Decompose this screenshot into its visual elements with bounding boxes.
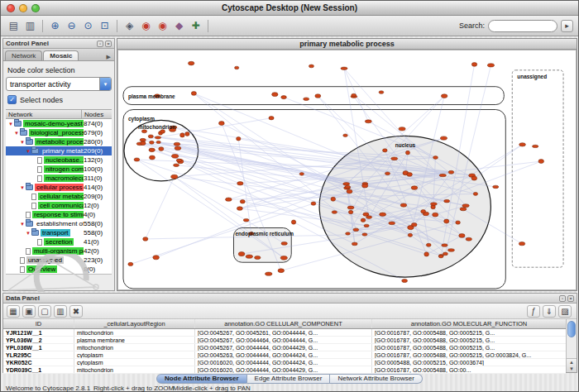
network-node[interactable] bbox=[447, 249, 454, 252]
network-node[interactable] bbox=[385, 172, 390, 175]
import-attributes-icon[interactable]: ◉ bbox=[155, 18, 170, 34]
tree-row[interactable]: nucleobase...132(0) bbox=[6, 155, 112, 165]
network-node[interactable] bbox=[440, 136, 447, 140]
close-panel-icon[interactable]: × bbox=[567, 295, 574, 302]
zoom-in-icon[interactable]: ⊕ bbox=[47, 18, 63, 34]
network-node[interactable] bbox=[424, 252, 429, 256]
tree-row[interactable]: unassigned223(0) bbox=[6, 256, 112, 265]
table-row[interactable]: YPL036W__2plasma membrane[GO:0045267, GO… bbox=[3, 337, 566, 344]
network-node[interactable] bbox=[471, 176, 477, 180]
network-node[interactable] bbox=[383, 149, 388, 152]
network-node[interactable] bbox=[439, 174, 446, 176]
save-session-icon[interactable]: ▤ bbox=[6, 18, 22, 34]
close-panel-icon[interactable]: × bbox=[105, 41, 112, 47]
table-cell[interactable]: YLR295C bbox=[3, 351, 74, 358]
network-node[interactable] bbox=[281, 241, 287, 245]
table-cell[interactable]: YPL036W__2 bbox=[3, 337, 74, 343]
network-node[interactable] bbox=[174, 164, 179, 167]
network-node[interactable] bbox=[341, 67, 347, 69]
network-node[interactable] bbox=[448, 170, 454, 174]
network-node[interactable] bbox=[493, 185, 499, 189]
print-icon[interactable]: ▥ bbox=[22, 18, 38, 34]
network-node[interactable] bbox=[171, 174, 178, 179]
tree-row[interactable]: cellular metabo...209(0) bbox=[6, 192, 112, 201]
expander-icon[interactable]: ▼ bbox=[13, 131, 20, 136]
table-row[interactable]: YKR052Ccytoplasm[GO:0016020, GO:0044444,… bbox=[3, 359, 566, 366]
network-node[interactable] bbox=[128, 262, 133, 265]
network-node[interactable] bbox=[408, 233, 412, 237]
network-node[interactable] bbox=[143, 237, 148, 241]
network-node[interactable] bbox=[191, 92, 196, 96]
zoom-out-icon[interactable]: ⊖ bbox=[64, 18, 79, 34]
table-cell[interactable]: mitochondrion bbox=[74, 329, 195, 336]
network-node[interactable] bbox=[348, 210, 352, 213]
network-node[interactable] bbox=[442, 244, 447, 247]
network-node[interactable] bbox=[304, 98, 309, 101]
network-node[interactable] bbox=[343, 183, 350, 186]
tree-row[interactable]: ▼metabolic process280(0) bbox=[6, 137, 112, 146]
tab-node-attribute-browser[interactable]: Node Attribute Browser bbox=[156, 374, 247, 384]
float-panel-icon[interactable]: ▫ bbox=[559, 295, 566, 302]
network-node[interactable] bbox=[433, 156, 438, 160]
tab-edge-attribute-browser[interactable]: Edge Attribute Browser bbox=[247, 374, 331, 384]
network-node[interactable] bbox=[140, 138, 146, 141]
network-node[interactable] bbox=[150, 141, 155, 144]
network-node[interactable] bbox=[237, 182, 243, 185]
scrollbar-thumb[interactable] bbox=[567, 321, 576, 337]
table-cell[interactable]: mitochondrion bbox=[74, 344, 195, 351]
network-node[interactable] bbox=[175, 146, 181, 151]
import-network-icon[interactable]: ◉ bbox=[138, 18, 154, 34]
network-node[interactable] bbox=[141, 130, 146, 133]
network-node[interactable] bbox=[426, 243, 431, 246]
network-node[interactable] bbox=[237, 207, 242, 211]
column-header[interactable]: annotation.GO CELLULAR_COMPONENT bbox=[195, 319, 372, 328]
network-node[interactable] bbox=[380, 213, 386, 216]
network-node[interactable] bbox=[538, 160, 544, 164]
delete-attribute-icon[interactable]: ▢ bbox=[38, 305, 51, 318]
table-cell[interactable]: mitochondrion bbox=[74, 366, 195, 373]
table-cell[interactable]: [GO:0016020, GO:0044444, GO:0044429, G..… bbox=[195, 366, 372, 373]
network-node[interactable] bbox=[433, 213, 438, 217]
zoom-fit-icon[interactable]: ⊡ bbox=[97, 18, 112, 34]
tab-scroll-right-icon[interactable]: ▶ bbox=[103, 54, 114, 60]
search-input[interactable] bbox=[488, 20, 557, 32]
scroll-up-icon[interactable]: ▲ bbox=[569, 360, 574, 365]
table-cell[interactable]: [GO:0045263, GO:0044444, GO:0044424, G..… bbox=[195, 351, 372, 358]
network-node[interactable] bbox=[391, 157, 398, 160]
network-node[interactable] bbox=[364, 224, 369, 227]
tree-row[interactable]: ▼biological_process679(0) bbox=[6, 128, 112, 137]
plugin-manager-icon[interactable]: ✚ bbox=[188, 18, 203, 34]
network-node[interactable] bbox=[389, 222, 395, 225]
network-node[interactable] bbox=[234, 66, 238, 69]
expander-icon[interactable]: ▼ bbox=[25, 149, 31, 154]
network-node[interactable] bbox=[362, 233, 367, 236]
tree-row[interactable]: ▼primary metabo...209(0) bbox=[6, 146, 112, 155]
network-node[interactable] bbox=[218, 122, 224, 126]
network-node[interactable] bbox=[444, 199, 450, 203]
column-header[interactable]: annotation.GO MOLECULAR_FUNCTION bbox=[372, 319, 566, 328]
network-node[interactable] bbox=[315, 94, 321, 98]
tree-row[interactable]: macromolecule...311(0) bbox=[6, 174, 112, 183]
select-attributes-icon[interactable]: ▦ bbox=[7, 305, 20, 318]
minimize-button[interactable] bbox=[19, 4, 27, 12]
table-cell[interactable]: YJR121W__1 bbox=[3, 329, 74, 336]
network-node[interactable] bbox=[459, 234, 465, 238]
network-node[interactable] bbox=[238, 252, 245, 256]
network-node[interactable] bbox=[411, 186, 418, 190]
network-node[interactable] bbox=[243, 218, 249, 222]
network-node[interactable] bbox=[149, 148, 155, 152]
network-node[interactable] bbox=[532, 145, 538, 147]
network-node[interactable] bbox=[134, 158, 140, 161]
expander-icon[interactable]: ▼ bbox=[19, 140, 26, 145]
network-node[interactable] bbox=[402, 279, 408, 282]
network-node[interactable] bbox=[361, 218, 366, 222]
network-node[interactable] bbox=[180, 133, 185, 137]
network-node[interactable] bbox=[176, 159, 182, 162]
network-node[interactable] bbox=[471, 62, 476, 66]
network-node[interactable] bbox=[240, 199, 245, 203]
tree-row[interactable]: Overview8(0) bbox=[6, 265, 112, 274]
network-node[interactable] bbox=[148, 135, 153, 138]
tree-row[interactable]: response to stimul...4(0) bbox=[6, 210, 112, 219]
table-cell[interactable]: cytoplasm bbox=[74, 351, 195, 358]
network-node[interactable] bbox=[347, 206, 354, 209]
